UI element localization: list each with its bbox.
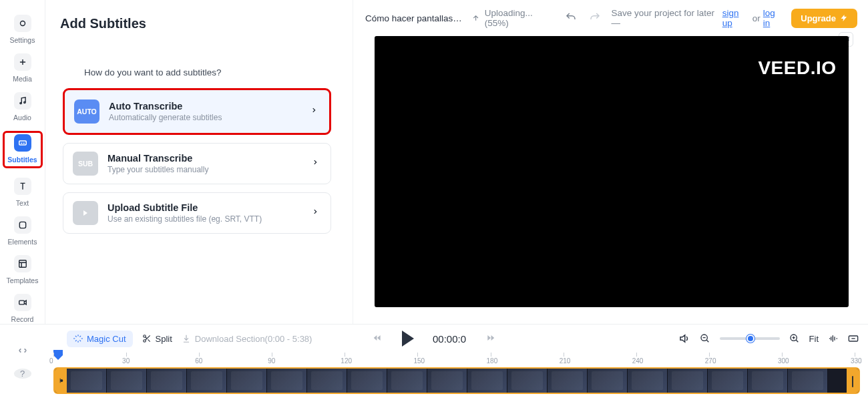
upload-icon [471,13,480,23]
ruler-tick: 300 [782,353,783,357]
track-thumb [267,369,307,393]
svg-marker-12 [491,335,495,340]
seek-back-button[interactable] [371,333,383,345]
gear-icon [14,15,31,32]
fit-button[interactable]: Fit [809,334,819,344]
timeline[interactable]: 0306090120150180210240270300330 ∣ [0,353,868,408]
sidebar-label: Subtitles [7,156,37,164]
upload-status: Uploading... (55%) [471,8,555,28]
zoom-in-button[interactable] [789,333,800,344]
sidebar-item-subtitles[interactable]: Subtitles [3,131,43,168]
waveform-button[interactable] [828,333,839,344]
svg-rect-3 [19,141,26,145]
sidebar-item-settings[interactable]: Settings [3,15,43,44]
download-section-button[interactable]: Download Section(0:00 - 5:38) [182,334,312,344]
upload-text: Uploading... (55%) [485,8,556,28]
bolt-icon [840,14,848,22]
sidebar-item-templates[interactable]: Templates [3,255,43,284]
svg-point-0 [20,21,25,26]
svg-point-1 [19,102,21,104]
sidebar-item-text[interactable]: Text [3,178,43,207]
sidebar-item-audio[interactable]: Audio [3,92,43,122]
signup-link[interactable]: sign up [722,8,750,28]
ruler-tick: 210 [564,353,564,357]
track-thumb [788,369,828,393]
ruler-tick: 330 [855,353,855,357]
seek-fwd-button[interactable] [485,333,497,345]
playhead-marker[interactable] [53,350,63,362]
chevron-right-icon [312,158,318,170]
track-thumb [227,369,267,393]
sidebar-label: Templates [7,276,39,284]
sidebar-item-elements[interactable]: Elements [3,216,43,246]
option-title: Manual Transcribe [107,153,302,164]
sidebar-label: Media [13,75,32,83]
svg-point-7 [143,335,146,338]
track-thumb [387,369,427,393]
zoom-out-button[interactable] [700,333,710,344]
chevron-right-icon [310,106,317,118]
track-thumb [467,369,507,393]
play-button[interactable] [402,331,414,347]
option-manual-transcribe[interactable]: SUB Manual Transcribe Type your subtitle… [63,143,331,184]
volume-button[interactable] [678,333,690,345]
upgrade-button[interactable]: Upgrade [791,9,857,28]
split-button[interactable]: Split [142,334,172,344]
settings-button[interactable] [848,333,859,344]
save-text: Save your project for later — [611,8,719,28]
track-thumb [147,369,187,393]
svg-rect-5 [19,260,26,268]
option-upload-file[interactable]: Upload Subtitle File Use an existing sub… [63,192,331,234]
option-desc: Automatically generate subtitles [109,113,301,122]
magic-cut-button[interactable]: Magic Cut [67,331,133,347]
ruler-tick: 150 [417,353,418,357]
plus-icon [14,53,31,71]
svg-marker-11 [487,335,491,340]
file-badge-icon [73,201,98,225]
option-auto-transcribe[interactable]: AUTO Auto Transcribe Automatically gener… [63,88,331,135]
magic-cut-label: Magic Cut [87,334,126,344]
track-thumb [748,369,788,393]
track-thumb [628,369,668,393]
svg-marker-9 [374,335,377,340]
panel-question: How do you want to add subtitles? [84,67,334,77]
track-handle-left[interactable] [55,369,67,393]
redo-button[interactable] [587,11,603,25]
sidebar-label: Settings [10,36,35,44]
track-thumb [548,369,588,393]
sidebar-label: Record [11,315,34,323]
track-thumb [187,369,227,393]
track-thumb [507,369,548,393]
ruler-tick: 240 [636,353,637,357]
project-title[interactable]: Cómo hacer pantallas fi… [365,13,463,23]
svg-marker-10 [377,335,381,340]
video-preview[interactable]: VEED.IO [375,36,849,307]
chevron-right-icon [312,207,318,219]
subtitles-panel: Add Subtitles How do you want to add sub… [45,0,353,324]
track-thumb [347,369,387,393]
ruler-tick: 180 [491,353,491,357]
left-sidebar: Settings Media Audio Subtitles Text Elem… [0,0,45,324]
sidebar-item-record[interactable]: Record [3,294,43,323]
login-link[interactable]: log in [763,8,783,28]
sidebar-item-media[interactable]: Media [3,53,43,83]
sparkle-icon [73,334,83,343]
track-handle-right[interactable]: ∣ [847,369,859,393]
option-desc: Type your subtitles manually [107,165,302,174]
ruler-tick: 30 [126,353,127,357]
track-thumb [427,369,467,393]
video-track[interactable]: ∣ [53,367,860,394]
music-icon [14,92,31,110]
bottom-area: Magic Cut Split Download Section(0:00 - … [0,324,868,408]
track-thumb [708,369,748,393]
panel-title: Add Subtitles [60,16,334,31]
svg-point-8 [143,340,146,343]
svg-point-2 [23,101,25,103]
top-bar: Cómo hacer pantallas fi… Uploading... (5… [365,7,857,33]
upgrade-label: Upgrade [801,13,836,23]
controls-bar: Magic Cut Split Download Section(0:00 - … [0,325,868,353]
undo-button[interactable] [563,11,579,25]
scissors-icon [142,334,152,343]
zoom-slider[interactable] [720,337,780,340]
track-thumb [588,369,628,393]
